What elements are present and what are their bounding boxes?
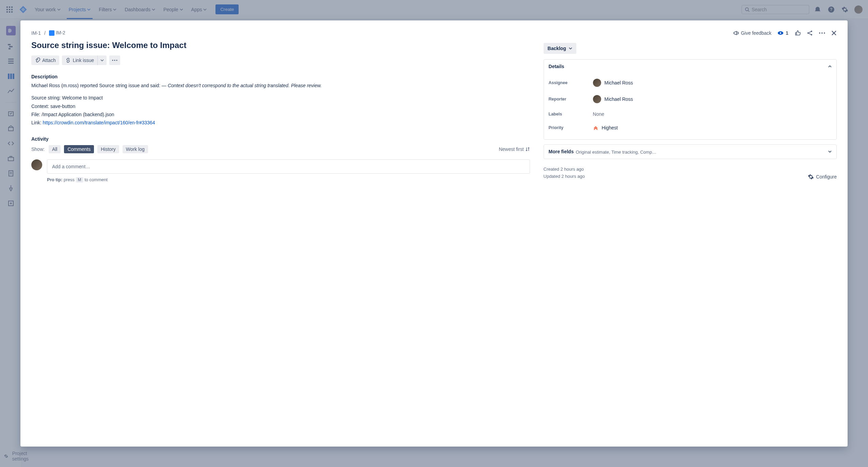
modal-overlay[interactable] — [0, 0, 868, 19]
